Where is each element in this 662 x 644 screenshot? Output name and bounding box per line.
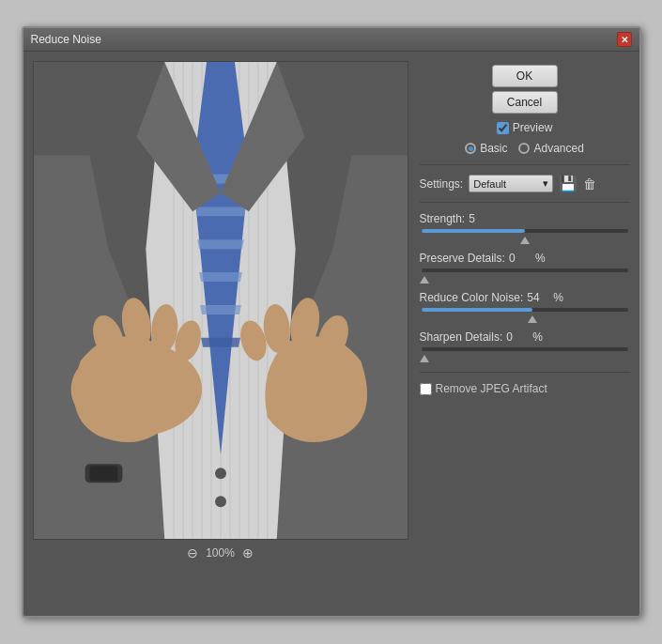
- preview-area: ⊖ 100% ⊕: [33, 61, 408, 604]
- preview-row: Preview: [420, 121, 630, 134]
- remove-artifact-label[interactable]: Remove JPEG Artifact: [436, 382, 547, 395]
- sharpen-details-unit: %: [532, 330, 543, 344]
- sharpen-details-thumb[interactable]: [420, 355, 429, 362]
- preserve-details-section: Preserve Details: 0 %: [420, 252, 630, 284]
- settings-select[interactable]: Default ▾: [469, 175, 553, 192]
- svg-point-25: [215, 496, 226, 507]
- preserve-details-label: Preserve Details:: [420, 252, 505, 265]
- zoom-value: 100%: [206, 546, 235, 560]
- reduce-color-noise-fill: [422, 308, 533, 312]
- divider-1: [420, 164, 630, 165]
- sharpen-details-track[interactable]: [422, 347, 628, 351]
- preview-canvas[interactable]: [33, 61, 408, 540]
- mode-radio-group: Basic Advanced: [420, 142, 630, 155]
- strength-value: 5: [469, 212, 491, 225]
- sharpen-details-section: Sharpen Details: 0 %: [420, 330, 630, 362]
- dialog-title: Reduce Noise: [31, 33, 101, 46]
- basic-radio[interactable]: Basic: [465, 142, 507, 155]
- sharpen-details-label-row: Sharpen Details: 0 %: [420, 330, 630, 344]
- sharpen-details-label: Sharpen Details:: [420, 330, 503, 344]
- advanced-radio-circle: [518, 143, 530, 154]
- preserve-details-value: 0: [509, 252, 531, 265]
- delete-settings-icon[interactable]: 🗑: [583, 176, 596, 192]
- preserve-details-label-row: Preserve Details: 0 %: [420, 252, 630, 265]
- settings-value: Default: [473, 178, 506, 190]
- preserve-details-track[interactable]: [422, 268, 628, 272]
- reduce-color-noise-label-row: Reduce Color Noise: 54 %: [420, 291, 630, 304]
- preserve-details-unit: %: [535, 252, 546, 265]
- reduce-color-noise-thumb[interactable]: [528, 315, 537, 323]
- basic-radio-circle: [465, 143, 476, 154]
- zoom-bar: ⊖ 100% ⊕: [187, 545, 254, 560]
- advanced-radio[interactable]: Advanced: [518, 142, 583, 155]
- remove-artifact-row: Remove JPEG Artifact: [420, 382, 630, 395]
- basic-label: Basic: [480, 142, 507, 155]
- settings-row: Settings: Default ▾ 💾 🗑: [420, 175, 630, 192]
- title-bar: Reduce Noise ✕: [23, 28, 639, 52]
- preview-checkbox[interactable]: [497, 122, 509, 134]
- strength-label: Strength:: [420, 212, 466, 225]
- right-panel: OK Cancel Preview Basic Advanced: [420, 61, 630, 604]
- button-group: OK Cancel: [420, 65, 630, 114]
- close-button[interactable]: ✕: [617, 32, 632, 47]
- reduce-color-noise-section: Reduce Color Noise: 54 %: [420, 291, 630, 323]
- save-settings-icon[interactable]: 💾: [559, 175, 577, 192]
- settings-label: Settings:: [420, 177, 464, 191]
- ok-button[interactable]: OK: [492, 65, 558, 87]
- strength-label-row: Strength: 5: [420, 212, 630, 225]
- reduce-color-noise-unit: %: [553, 291, 563, 304]
- reduce-color-noise-value: 54: [527, 291, 549, 304]
- strength-slider-section: Strength: 5: [420, 212, 630, 244]
- strength-thumb[interactable]: [520, 237, 530, 244]
- reduce-color-noise-label: Reduce Color Noise:: [420, 291, 524, 304]
- svg-point-24: [215, 468, 226, 479]
- preview-label[interactable]: Preview: [513, 121, 553, 134]
- zoom-out-icon[interactable]: ⊖: [187, 545, 198, 560]
- reduce-color-noise-track[interactable]: [422, 308, 628, 312]
- divider-2: [420, 202, 630, 203]
- chevron-down-icon: ▾: [543, 177, 548, 190]
- divider-3: [420, 372, 630, 373]
- advanced-label: Advanced: [533, 142, 583, 155]
- preserve-details-thumb[interactable]: [420, 276, 429, 284]
- remove-artifact-checkbox[interactable]: [420, 383, 432, 395]
- cancel-button[interactable]: Cancel: [492, 91, 558, 114]
- strength-track[interactable]: [422, 229, 628, 233]
- zoom-in-icon[interactable]: ⊕: [242, 545, 254, 560]
- strength-fill: [422, 229, 525, 233]
- reduce-noise-dialog: Reduce Noise ✕: [22, 26, 641, 618]
- sharpen-details-value: 0: [506, 330, 529, 344]
- svg-rect-23: [34, 62, 408, 539]
